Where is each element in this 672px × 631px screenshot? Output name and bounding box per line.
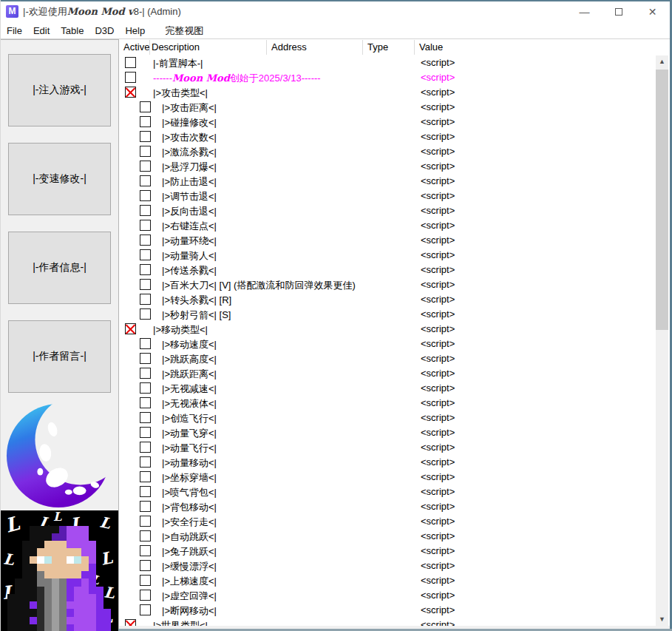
menu-item-table[interactable]: Table <box>61 22 84 39</box>
row-description[interactable]: |>移动速度<| <box>162 338 217 351</box>
row-description[interactable]: |>断网移动<| <box>162 604 217 618</box>
active-checkbox[interactable] <box>140 590 151 601</box>
active-checkbox[interactable] <box>140 294 151 305</box>
table-row[interactable]: |>攻击类型<|<script> <box>119 85 655 100</box>
row-description[interactable]: |>动量飞穿<| <box>162 427 217 440</box>
table-row[interactable]: |>碰撞修改<|<script> <box>119 115 655 129</box>
row-description[interactable]: |>防止击退<| <box>162 175 217 189</box>
row-value[interactable]: <script> <box>421 234 455 246</box>
menu-item-[interactable]: 完整视图 <box>165 22 203 39</box>
row-value[interactable]: <script> <box>421 397 455 408</box>
table-row[interactable]: |>秒射弓箭<| [S]<script> <box>119 307 655 322</box>
row-value[interactable]: <script> <box>421 486 455 497</box>
row-value[interactable]: <script> <box>421 116 455 127</box>
table-row[interactable]: |>动量飞行<|<script> <box>119 440 655 455</box>
row-value[interactable]: <script> <box>421 323 455 334</box>
table-row[interactable]: |>上梯速度<|<script> <box>119 573 655 588</box>
active-checkbox[interactable] <box>140 604 151 615</box>
row-value[interactable]: <script> <box>421 264 455 275</box>
row-description[interactable]: |>跳跃距离<| <box>162 368 217 381</box>
row-value[interactable]: <script> <box>421 72 455 83</box>
row-description[interactable]: |>激流杀戮<| <box>162 146 217 159</box>
row-description[interactable]: |>转头杀戮<| [R] <box>162 294 231 307</box>
row-description[interactable]: |>攻击距离<| <box>162 101 217 115</box>
row-value[interactable]: <script> <box>421 131 455 142</box>
row-description[interactable]: |>背包移动<| <box>162 501 217 514</box>
row-value[interactable]: <script> <box>421 412 455 423</box>
row-value[interactable]: <script> <box>421 382 455 394</box>
active-checkbox[interactable] <box>140 249 151 260</box>
active-checkbox[interactable] <box>140 264 151 275</box>
table-row[interactable]: |>动量骑人<|<script> <box>119 248 655 263</box>
active-checkbox[interactable] <box>140 368 151 379</box>
row-description[interactable]: |>兔子跳跃<| <box>162 545 217 559</box>
row-value[interactable]: <script> <box>421 220 455 231</box>
row-description[interactable]: ------Moon Mod创始于2025/3/13------ <box>153 72 321 85</box>
column-header-description[interactable]: Description <box>152 41 200 53</box>
inject-game-button[interactable]: |-注入游戏-| <box>8 54 111 126</box>
table-row[interactable]: |>虚空回弹<|<script> <box>119 588 655 603</box>
table-row[interactable]: |>背包移动<|<script> <box>119 499 655 514</box>
row-description[interactable]: |>安全行走<| <box>162 516 217 529</box>
active-checkbox[interactable] <box>140 412 151 423</box>
row-value[interactable]: <script> <box>421 161 455 172</box>
row-description[interactable]: |>动量骑人<| <box>162 249 217 263</box>
row-description[interactable]: |>缓慢漂浮<| <box>162 560 217 573</box>
table-row[interactable]: |>跳跃高度<|<script> <box>119 351 655 366</box>
row-value[interactable]: <script> <box>421 294 455 305</box>
table-row[interactable]: |>缓慢漂浮<|<script> <box>119 559 655 573</box>
active-checkbox[interactable] <box>140 338 151 349</box>
table-row[interactable]: |>右键连点<|<script> <box>119 218 655 233</box>
row-description[interactable]: |>坐标穿墙<| <box>162 471 217 485</box>
table-row[interactable]: |>无视液体<|<script> <box>119 396 655 411</box>
table-row[interactable]: |>移动类型<|<script> <box>119 322 655 337</box>
active-checkbox[interactable] <box>140 471 151 482</box>
table-row[interactable]: |>兔子跳跃<|<script> <box>119 544 655 559</box>
speed-hack-button[interactable]: |-变速修改-| <box>8 143 111 215</box>
row-value[interactable]: <script> <box>421 368 455 379</box>
row-value[interactable]: <script> <box>421 590 455 601</box>
row-description[interactable]: |>动量飞行<| <box>162 442 217 455</box>
row-value[interactable]: <script> <box>421 146 455 157</box>
row-value[interactable]: <script> <box>421 101 455 112</box>
table-row[interactable]: |>无视减速<|<script> <box>119 381 655 396</box>
row-description[interactable]: |>无视液体<| <box>162 397 217 411</box>
row-description[interactable]: |-前置脚本-| <box>153 57 203 70</box>
active-checkbox[interactable] <box>140 116 151 127</box>
table-row[interactable]: |>世界类型<|<script> <box>119 618 655 626</box>
active-checkbox[interactable] <box>140 161 151 172</box>
row-description[interactable]: |>动量移动<| <box>162 456 217 470</box>
row-value[interactable]: <script> <box>421 619 455 626</box>
row-value[interactable]: <script> <box>421 560 455 571</box>
vertical-scrollbar[interactable]: ▲ ▼ <box>656 55 668 626</box>
row-description[interactable]: |>移动类型<| <box>153 323 208 337</box>
row-description[interactable]: |>反向击退<| <box>162 205 217 218</box>
maximize-button[interactable] <box>602 1 635 22</box>
row-value[interactable]: <script> <box>421 308 455 320</box>
row-value[interactable]: <script> <box>421 530 455 541</box>
row-description[interactable]: |>秒射弓箭<| [S] <box>162 308 231 322</box>
active-checkbox[interactable] <box>140 560 151 571</box>
table-row[interactable]: |>跳跃距离<|<script> <box>119 366 655 381</box>
row-value[interactable]: <script> <box>421 57 455 68</box>
row-description[interactable]: |>创造飞行<| <box>162 412 217 425</box>
table-row[interactable]: |>攻击次数<|<script> <box>119 129 655 144</box>
table-row[interactable]: |>喷气背包<|<script> <box>119 485 655 499</box>
minimize-button[interactable]: — <box>568 1 601 22</box>
scroll-down-icon[interactable]: ▼ <box>656 613 668 626</box>
row-value[interactable]: <script> <box>421 87 455 98</box>
active-checkbox[interactable] <box>140 353 151 364</box>
active-checkbox[interactable] <box>140 175 151 186</box>
table-row[interactable]: |>创造飞行<|<script> <box>119 411 655 425</box>
active-checkbox[interactable] <box>140 131 151 142</box>
table-row[interactable]: ------Moon Mod创始于2025/3/13------<script> <box>119 70 655 85</box>
row-description[interactable]: |>悬浮刀爆<| <box>162 161 217 174</box>
row-description[interactable]: |>碰撞修改<| <box>162 116 217 129</box>
row-value[interactable]: <script> <box>421 190 455 201</box>
column-header-active[interactable]: Active <box>123 41 149 53</box>
row-description[interactable]: |>无视减速<| <box>162 382 217 396</box>
table-row[interactable]: |>坐标穿墙<|<script> <box>119 470 655 485</box>
active-checkbox[interactable] <box>140 397 151 408</box>
active-checkbox-checked[interactable] <box>125 619 136 626</box>
active-checkbox[interactable] <box>140 190 151 201</box>
